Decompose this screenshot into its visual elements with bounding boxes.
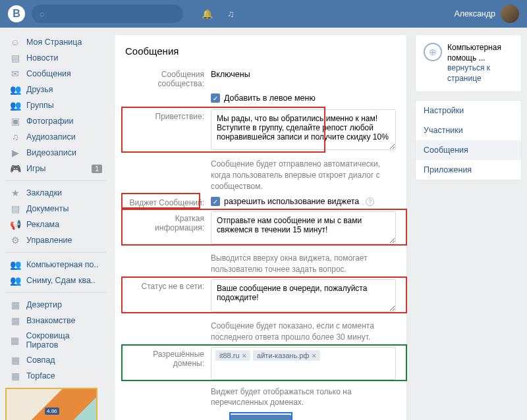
badge: 1 [92,165,102,173]
left-sidebar: ☺Моя Страница▤Новости✉Сообщения👥Друзья👥Г… [5,34,106,420]
nav-icon: 🎮 [9,163,21,174]
ad-thumbnail[interactable]: 10.25 4.86 12.50 9.30 [5,388,97,420]
nav-icon: ☺ [9,37,21,47]
greeting-input[interactable] [211,109,396,150]
domains-label: Разрешённые домены: [125,347,204,380]
greeting-label: Приветствие: [125,109,204,152]
sidebar-item[interactable]: 🎮Игры1 [5,161,106,176]
domain-chip[interactable]: айти-казань.рф × [253,350,320,361]
sidebar-item[interactable]: ▣Фотографии [5,113,106,129]
check-icon: ✓ [211,93,220,103]
sidebar-item[interactable]: ▦Дезертир [5,297,106,313]
sidebar-item[interactable]: 👥Компьютерная по.. [5,257,106,273]
left-menu-checkbox-row[interactable]: ✓ Добавить в левое меню [211,92,396,104]
search-input[interactable] [49,9,175,19]
nav-icon: ✉ [9,68,21,79]
sidebar-item[interactable]: ☺Моя Страница [5,34,106,50]
nav-icon: ▦ [9,300,21,310]
nav-icon: ▦ [9,355,21,365]
offline-label: Статус не в сети: [125,279,204,314]
search-icon: ⌕ [40,9,45,18]
domains-hint: Виджет будет отображаться только на пере… [211,386,396,409]
right-sidebar: ⊕ Компьютерная помощь ... вернуться к ст… [415,34,522,420]
sidebar-item[interactable]: ▶Видеозаписи [5,145,106,161]
sidebar-item[interactable]: 📢Реклама [5,217,106,232]
sidebar-item[interactable]: ✉Сообщения [5,66,106,82]
sidebar-item[interactable]: 👥Сниму, Сдам ква.. [5,273,106,288]
rnav-messages[interactable]: Сообщения [416,140,521,160]
section-nav: Настройки Участники Сообщения Приложения [415,100,522,180]
sidebar-item[interactable]: 👥Друзья [5,82,106,97]
sidebar-item[interactable]: 👥Группы [5,97,106,113]
nav-icon: ▤ [9,203,21,214]
sidebar-item[interactable]: ♫Аудиозаписи [5,129,106,145]
rnav-settings[interactable]: Настройки [416,101,521,120]
sidebar-item[interactable]: ▦Сокровища Пиратов [5,328,106,352]
domains-input[interactable]: it88.ru ×айти-казань.рф × [211,347,396,380]
avatar [501,5,519,23]
nav-icon: ▶ [9,147,21,158]
domain-chip[interactable]: it88.ru × [215,350,250,361]
sidebar-item[interactable]: ▤Новости [5,50,106,66]
brief-label: Краткая информация: [125,211,204,246]
rnav-members[interactable]: Участники [416,120,521,140]
close-icon[interactable]: × [242,352,246,359]
nav-icon: ★ [9,188,21,198]
check-icon: ✓ [211,197,220,206]
top-header: B ⌕ 🔔 ♫ Александр [0,0,527,28]
nav-icon: ▣ [9,116,21,126]
back-box[interactable]: ⊕ Компьютерная помощь ... вернуться к ст… [415,34,522,92]
community-msgs-label: Сообщения сообщества: [125,67,204,88]
offline-hint: Сообщение будет показано, если с момента… [211,321,396,343]
widget-label: Виджет Сообщений: [125,196,204,207]
brief-input[interactable] [211,211,396,244]
nav-icon: ▤ [9,53,21,63]
nav-icon: 👥 [9,100,21,111]
widget-checkbox-row[interactable]: ✓ разрешить использование виджета ? [211,196,396,207]
page-title: Сообщения [125,45,396,57]
sidebar-item[interactable]: ▦Взнакомстве [5,313,106,328]
user-name: Александр [454,9,495,18]
music-icon[interactable]: ♫ [227,9,235,19]
nav-icon: ▦ [9,335,21,346]
nav-icon: ⚙ [9,235,21,246]
vk-logo[interactable]: B [8,5,25,22]
rnav-apps[interactable]: Приложения [416,160,521,180]
sidebar-item[interactable]: ▦Совпад [5,352,106,368]
save-button[interactable]: Сохранить [229,415,291,420]
community-msgs-value: Включены [211,67,396,88]
nav-icon: 👥 [9,275,21,286]
sidebar-item[interactable]: ⚙Управление [5,232,106,248]
user-menu[interactable]: Александр [454,5,519,23]
search-box[interactable]: ⌕ [32,5,183,23]
group-icon: ⊕ [424,43,442,61]
nav-icon: ♫ [9,132,21,142]
sidebar-item[interactable]: ▤Документы [5,201,106,217]
greeting-hint: Сообщение будет отправлено автоматически… [211,159,396,192]
help-icon[interactable]: ? [366,197,374,206]
nav-icon: 👥 [9,84,21,95]
main-content: Сообщения Сообщения сообщества: Включены… [114,34,407,420]
nav-icon: 👥 [9,259,21,270]
nav-icon: ▦ [9,315,21,326]
nav-icon: ▦ [9,371,21,381]
nav-icon: 📢 [9,219,21,230]
brief-hint: Выводится вверху окна виджета, помогает … [211,253,396,275]
bell-icon[interactable]: 🔔 [202,9,213,19]
close-icon[interactable]: × [312,352,316,359]
offline-input[interactable] [211,279,396,312]
sidebar-item[interactable]: ★Закладки [5,185,106,201]
sidebar-item[interactable]: ▦Topface [5,368,106,384]
